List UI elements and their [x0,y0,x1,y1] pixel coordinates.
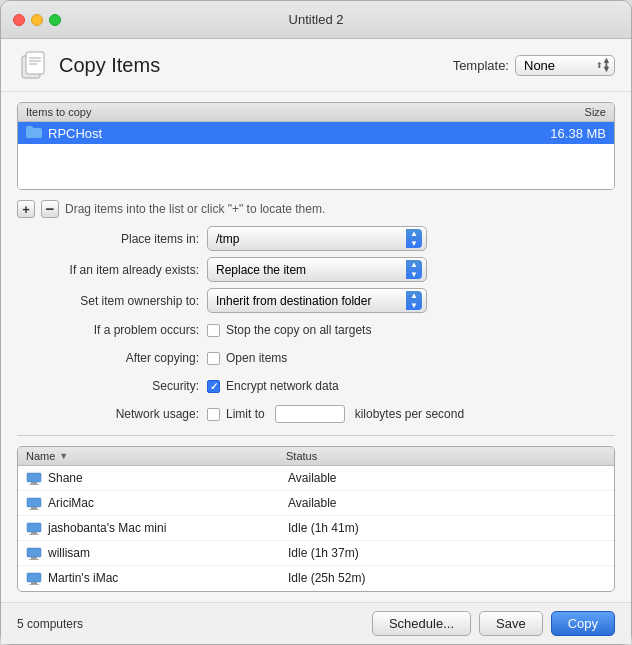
file-list-empty-area [18,144,614,189]
computer-name: AriciMac [48,496,288,510]
file-toolbar: + − Drag items into the list or click "+… [17,200,615,218]
network-label: Network usage: [17,407,207,421]
place-items-arrows[interactable]: ▲ ▼ [406,229,422,248]
template-label: Template: [453,58,509,73]
problem-checkbox[interactable] [207,324,220,337]
network-checkbox-row: Limit to kilobytes per second [207,405,464,423]
schedule-button[interactable]: Schedule... [372,611,471,636]
security-checkbox[interactable] [207,380,220,393]
svg-rect-1 [26,52,44,74]
ownership-dropdown[interactable]: Inherit from destination folder ▲ ▼ [207,288,427,313]
computer-icon [26,470,42,486]
after-copying-text: Open items [226,351,287,365]
template-select[interactable]: None [515,55,615,76]
security-row: Security: Encrypt network data [17,375,615,397]
computer-name: jashobanta's Mac mini [48,521,288,535]
already-exists-value: Replace the item [216,263,306,277]
copy-button[interactable]: Copy [551,611,615,636]
file-row[interactable]: RPCHost 16.38 MB [18,122,614,144]
svg-rect-5 [27,473,41,482]
svg-rect-9 [31,507,37,509]
footer: 5 computers Schedule... Save Copy [1,602,631,644]
footer-buttons: Schedule... Save Copy [372,611,615,636]
place-items-row: Place items in: /tmp ▲ ▼ [17,226,615,251]
traffic-lights [13,14,61,26]
save-button[interactable]: Save [479,611,543,636]
already-exists-label: If an item already exists: [17,263,207,277]
svg-rect-6 [31,482,37,484]
remove-item-button[interactable]: − [41,200,59,218]
already-exists-control: Replace the item ▲ ▼ [207,257,615,282]
file-list-container: Items to copy Size RPCHost 16.38 MB [17,102,615,190]
window-title: Untitled 2 [289,12,344,27]
place-items-control: /tmp ▲ ▼ [207,226,615,251]
page-title: Copy Items [59,54,160,77]
file-row-name: RPCHost [48,126,550,141]
svg-rect-13 [29,534,39,535]
computer-icon [26,520,42,536]
place-items-value: /tmp [216,232,239,246]
network-text: Limit to [226,407,265,421]
network-row: Network usage: Limit to kilobytes per se… [17,403,615,425]
computer-row[interactable]: willisam Idle (1h 37m) [18,541,614,566]
after-copying-label: After copying: [17,351,207,365]
after-copying-checkbox-row: Open items [207,351,287,365]
security-checkbox-row: Encrypt network data [207,379,339,393]
form-section: Place items in: /tmp ▲ ▼ If an item alre… [17,226,615,425]
file-list-col-size: Size [585,106,606,118]
svg-rect-16 [29,559,39,560]
svg-rect-12 [31,532,37,534]
computer-icon [26,545,42,561]
after-copying-checkbox[interactable] [207,352,220,365]
network-limit-input[interactable] [275,405,345,423]
svg-rect-7 [29,484,39,485]
template-select-wrapper[interactable]: None ▲▼ [515,55,615,76]
svg-rect-17 [27,573,41,582]
minimize-button[interactable] [31,14,43,26]
ownership-value: Inherit from destination folder [216,294,371,308]
problem-label: If a problem occurs: [17,323,207,337]
add-item-button[interactable]: + [17,200,35,218]
computer-list-body: Shane Available AriciMac Available jasho… [18,466,614,590]
security-text: Encrypt network data [226,379,339,393]
place-items-label: Place items in: [17,232,207,246]
computer-status: Idle (25h 52m) [288,571,606,585]
col-status-header: Status [286,450,606,462]
computer-row[interactable]: AriciMac Available [18,491,614,516]
problem-control: Stop the copy on all targets [207,323,615,337]
close-button[interactable] [13,14,25,26]
security-label: Security: [17,379,207,393]
computer-name: Shane [48,471,288,485]
maximize-button[interactable] [49,14,61,26]
already-exists-dropdown[interactable]: Replace the item ▲ ▼ [207,257,427,282]
copy-items-icon [17,49,49,81]
computer-status: Available [288,496,606,510]
computer-list-header: Name ▼ Status [18,447,614,466]
place-items-dropdown[interactable]: /tmp ▲ ▼ [207,226,427,251]
computer-status: Idle (1h 37m) [288,546,606,560]
computer-row[interactable]: Shane Available [18,466,614,491]
network-checkbox[interactable] [207,408,220,421]
svg-rect-15 [31,557,37,559]
computer-row[interactable]: Martin's iMac Idle (25h 52m) [18,566,614,590]
computer-name: Martin's iMac [48,571,288,585]
header: Copy Items Template: None ▲▼ [1,39,631,92]
problem-row: If a problem occurs: Stop the copy on al… [17,319,615,341]
already-exists-row: If an item already exists: Replace the i… [17,257,615,282]
content: Items to copy Size RPCHost 16.38 MB + [1,92,631,602]
file-row-size: 16.38 MB [550,126,606,141]
svg-rect-14 [27,548,41,557]
computer-name: willisam [48,546,288,560]
computer-status: Idle (1h 41m) [288,521,606,535]
computer-icon [26,570,42,586]
computer-status: Available [288,471,606,485]
computer-row[interactable]: jashobanta's Mac mini Idle (1h 41m) [18,516,614,541]
network-control: Limit to kilobytes per second [207,405,615,423]
window: Untitled 2 Copy Items Template: None ▲▼ [0,0,632,645]
svg-rect-8 [27,498,41,507]
file-list-body: RPCHost 16.38 MB [18,122,614,189]
after-copying-control: Open items [207,351,615,365]
already-exists-arrows[interactable]: ▲ ▼ [406,260,422,279]
ownership-label: Set item ownership to: [17,294,207,308]
ownership-arrows[interactable]: ▲ ▼ [406,291,422,310]
